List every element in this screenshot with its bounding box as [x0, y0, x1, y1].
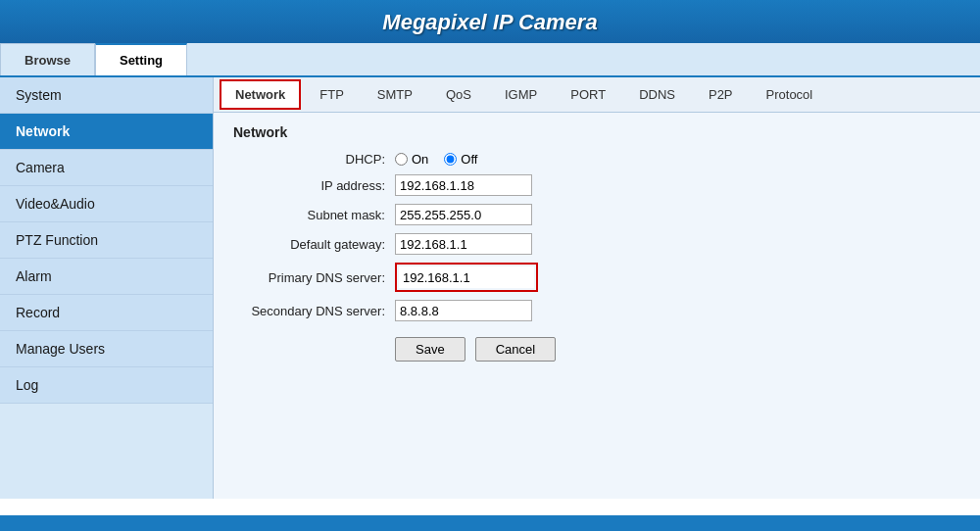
- ip-row: IP address:: [233, 174, 960, 196]
- content-area: Network FTP SMTP QoS IGMP PORT DDNS P2P …: [214, 77, 980, 499]
- footer-line1: 1.Open a Browser And Enter The Url:192.1…: [16, 525, 964, 531]
- section-title: Network: [233, 124, 960, 140]
- subnet-input[interactable]: [395, 204, 532, 225]
- sidebar-item-camera[interactable]: Camera: [0, 150, 213, 186]
- dhcp-off-radio[interactable]: [444, 153, 457, 166]
- sidebar-item-log[interactable]: Log: [0, 367, 213, 404]
- subnav-ftp[interactable]: FTP: [305, 80, 359, 109]
- save-button[interactable]: Save: [395, 337, 466, 362]
- footer: 1.Open a Browser And Enter The Url:192.1…: [0, 515, 980, 531]
- dhcp-on-radio[interactable]: [395, 153, 408, 166]
- primary-dns-input[interactable]: [399, 266, 534, 288]
- subnav-network[interactable]: Network: [220, 79, 301, 110]
- dhcp-off-option[interactable]: Off: [444, 152, 477, 167]
- ip-label: IP address:: [233, 178, 395, 193]
- form-buttons: Save Cancel: [395, 337, 960, 362]
- sidebar-item-ptz[interactable]: PTZ Function: [0, 222, 213, 259]
- subnav-bar: Network FTP SMTP QoS IGMP PORT DDNS P2P …: [214, 77, 980, 113]
- network-form: Network DHCP: On Off: [214, 113, 980, 499]
- secondary-dns-row: Secondary DNS server:: [233, 300, 960, 321]
- subnav-igmp[interactable]: IGMP: [490, 80, 552, 109]
- sidebar-item-videoaudio[interactable]: Video&Audio: [0, 186, 213, 222]
- dhcp-on-option[interactable]: On: [395, 152, 428, 167]
- cancel-button[interactable]: Cancel: [475, 337, 556, 362]
- primary-dns-label: Primary DNS server:: [233, 270, 395, 285]
- gateway-label: Default gateway:: [233, 237, 395, 252]
- subnav-ddns[interactable]: DDNS: [624, 80, 690, 109]
- gateway-input[interactable]: [395, 233, 532, 255]
- dhcp-row: DHCP: On Off: [233, 152, 960, 167]
- app-header: Megapixel IP Camera: [0, 0, 980, 43]
- primary-dns-row: Primary DNS server:: [233, 263, 960, 292]
- subnav-port[interactable]: PORT: [556, 80, 620, 109]
- subnet-label: Subnet mask:: [233, 208, 395, 222]
- tab-setting[interactable]: Setting: [95, 43, 187, 75]
- subnet-row: Subnet mask:: [233, 204, 960, 225]
- sidebar-item-record[interactable]: Record: [0, 295, 213, 331]
- sidebar-item-network[interactable]: Network: [0, 114, 213, 150]
- subnav-p2p[interactable]: P2P: [694, 80, 748, 109]
- tab-browse[interactable]: Browse: [0, 43, 95, 75]
- main-tab-bar: Browse Setting: [0, 43, 980, 77]
- subnav-smtp[interactable]: SMTP: [363, 80, 427, 109]
- sidebar: System Network Camera Video&Audio PTZ Fu…: [0, 77, 214, 499]
- sidebar-item-alarm[interactable]: Alarm: [0, 259, 213, 295]
- dhcp-off-label: Off: [461, 152, 477, 167]
- ip-input[interactable]: [395, 174, 532, 196]
- secondary-dns-input[interactable]: [395, 300, 532, 321]
- subnav-protocol[interactable]: Protocol: [752, 80, 828, 109]
- sidebar-item-system[interactable]: System: [0, 77, 213, 114]
- dhcp-options: On Off: [395, 152, 477, 167]
- app-title: Megapixel IP Camera: [0, 10, 980, 35]
- sidebar-item-manage-users[interactable]: Manage Users: [0, 331, 213, 367]
- gateway-row: Default gateway:: [233, 233, 960, 255]
- secondary-dns-label: Secondary DNS server:: [233, 304, 395, 318]
- subnav-qos[interactable]: QoS: [431, 80, 486, 109]
- dhcp-label: DHCP:: [233, 152, 395, 167]
- dhcp-on-label: On: [412, 152, 428, 167]
- primary-dns-highlight: [395, 263, 538, 292]
